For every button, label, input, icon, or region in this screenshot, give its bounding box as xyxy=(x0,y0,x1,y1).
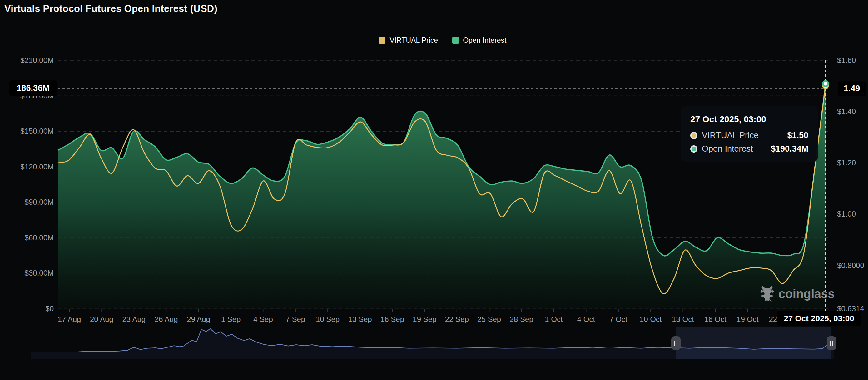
y-axis-right-tick: $1.00 xyxy=(837,210,856,218)
x-axis-tick: 16 Sep xyxy=(380,315,404,324)
chart-tooltip: 27 Oct 2025, 03:00 VIRTUAL Price $1.50 O… xyxy=(681,106,818,162)
x-axis-tick: 20 Aug xyxy=(90,315,113,324)
chart-page: Virtuals Protocol Futures Open Interest … xyxy=(0,0,868,380)
tooltip-row-label: VIRTUAL Price xyxy=(702,130,759,140)
x-axis-tick: 4 Sep xyxy=(253,315,273,324)
tooltip-row-value: $1.50 xyxy=(787,130,808,140)
y-axis-left-tick: $30.00M xyxy=(0,269,54,277)
x-axis-tick: 13 Oct xyxy=(672,315,694,324)
watermark-text: coinglass xyxy=(778,287,835,301)
y-axis-left-tick: $0 xyxy=(0,304,54,313)
x-axis-tick: 28 Sep xyxy=(510,315,533,324)
x-axis-tick: 19 Sep xyxy=(413,315,436,324)
x-axis-tick: 19 Oct xyxy=(737,315,759,324)
tooltip-row: VIRTUAL Price $1.50 xyxy=(690,130,808,140)
x-axis-tick: 17 Aug xyxy=(58,315,81,324)
crosshair-right-value-label: 1.49 xyxy=(838,81,866,96)
x-axis-tick: 10 Sep xyxy=(316,315,340,324)
y-axis-right-tick: $1.60 xyxy=(837,56,856,65)
x-axis-tick: 1 Oct xyxy=(545,315,562,324)
x-axis-tick: 7 Oct xyxy=(609,315,627,324)
virtual-price-dot-icon xyxy=(690,132,698,139)
y-axis-right-tick: $0.8000 xyxy=(837,261,864,270)
y-axis-left-tick: $120.00M xyxy=(0,163,54,171)
x-axis-tick: 13 Sep xyxy=(348,315,372,324)
tooltip-row: Open Interest $190.34M xyxy=(690,144,808,154)
tooltip-row-label: Open Interest xyxy=(702,144,753,154)
y-axis-right-tick: $1.40 xyxy=(837,107,856,116)
x-axis-tick: 1 Sep xyxy=(221,315,241,324)
navigator-right-handle-icon[interactable] xyxy=(827,336,836,350)
x-axis-tick: 7 Sep xyxy=(285,315,305,324)
y-axis-left-tick: $210.00M xyxy=(0,56,54,65)
coinglass-bull-logo-icon xyxy=(759,286,775,302)
crosshair-date-label: 27 Oct 2025, 03:00 xyxy=(777,311,861,326)
crosshair-left-value-label: 186.36M xyxy=(9,80,57,96)
y-axis-right-tick: $1.20 xyxy=(837,158,856,167)
open-interest-dot-icon xyxy=(690,145,698,152)
coinglass-watermark: coinglass xyxy=(759,286,835,302)
x-axis-tick: 22 Sep xyxy=(445,315,469,324)
navigator-selection-window[interactable] xyxy=(676,327,832,359)
x-axis-tick: 10 Oct xyxy=(640,315,662,324)
y-axis-left-tick: $90.00M xyxy=(0,198,54,207)
x-axis-tick: 26 Aug xyxy=(155,315,178,324)
x-axis-tick: 29 Aug xyxy=(187,315,210,324)
x-axis-tick: 25 Sep xyxy=(477,315,501,324)
y-axis-left-tick: $150.00M xyxy=(0,127,54,136)
y-axis-left-tick: $60.00M xyxy=(0,233,54,242)
x-axis-tick: 4 Oct xyxy=(577,315,595,324)
tooltip-title: 27 Oct 2025, 03:00 xyxy=(690,114,808,124)
chart-hover-area[interactable] xyxy=(58,60,828,309)
tooltip-row-value: $190.34M xyxy=(771,144,808,154)
x-axis-tick: 23 Aug xyxy=(122,315,146,324)
x-axis-tick: 16 Oct xyxy=(704,315,726,324)
navigator-left-handle-icon[interactable] xyxy=(671,336,681,350)
